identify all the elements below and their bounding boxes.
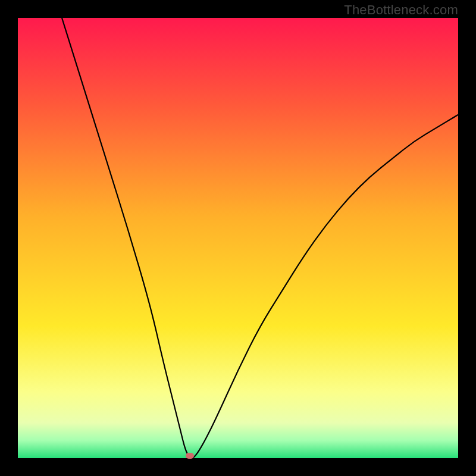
bottleneck-curve xyxy=(18,18,458,458)
optimal-point-marker xyxy=(186,453,194,459)
watermark-text: TheBottleneck.com xyxy=(344,2,458,18)
plot-area xyxy=(18,18,458,458)
chart-frame: TheBottleneck.com xyxy=(0,0,476,476)
